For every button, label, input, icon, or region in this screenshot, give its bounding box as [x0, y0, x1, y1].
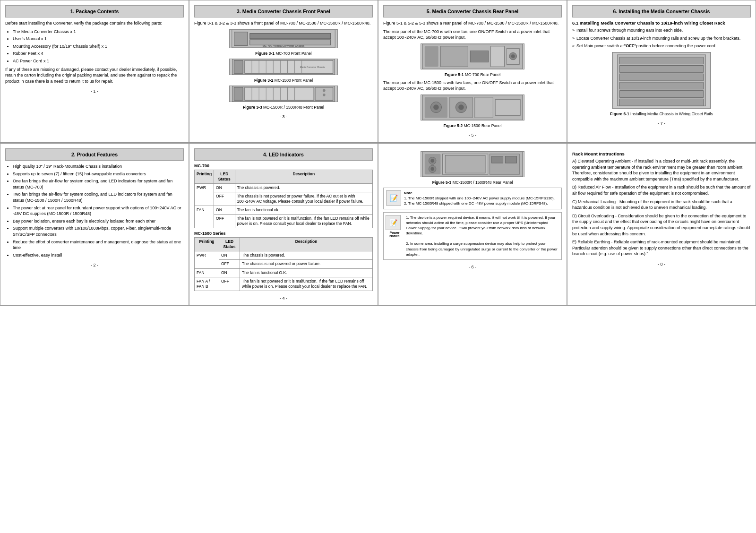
svg-rect-52 [620, 74, 704, 81]
panel-rear-panel: 5. Media Converter Chassis Rear Panel Fi… [378, 0, 567, 143]
list-item: High quality 10" / 19" Rack-Mountable Ch… [13, 163, 184, 170]
table-cell-desc: The fan is functional O.K. [240, 268, 373, 277]
figure-3-1-label: Figure 3-1 MC-700 Front Panel [194, 51, 373, 56]
svg-point-59 [430, 159, 434, 163]
list-item: One fan brings the air-flow for system c… [13, 178, 184, 190]
table-row: FAN A / FAN B OFF The fan is not powered… [195, 277, 373, 291]
panel4-title: 4. LED Indicators [194, 148, 373, 161]
page-number-8: - 8 - [572, 262, 751, 266]
panel-rack-mount-instructions: Rack Mount Instructions A) Elevated Oper… [567, 143, 756, 306]
table-header-description: Description [240, 238, 373, 251]
figure-5-2-img [421, 95, 524, 120]
panel-rear-panel-continued: Figure 5-3 MC-1500R / 1500R48 Rear Panel… [378, 143, 567, 306]
table-header-description: Description [235, 170, 372, 183]
figure-3-3-label: Figure 3-3 MC-1500R / 1500R48 Front Pane… [194, 105, 373, 110]
list-item: Reduce the effort of converter maintenan… [13, 239, 184, 251]
mc1500-label: MC-1500 Series [194, 231, 373, 236]
table-header-printing: Printing [195, 170, 214, 183]
figure-6-1-label: Figure 6-1 Installing Media Chassis in W… [572, 112, 751, 116]
table-cell-on: ON [219, 251, 240, 260]
panel6-section1-title: 6.1 Installing Media Converter Chassis t… [572, 20, 751, 26]
list-item: Mounting Accessory (for 10/19" Chassis S… [13, 43, 184, 50]
table-cell-fan: FAN [195, 206, 214, 228]
table-row: PWR ON The chassis is powered. [195, 184, 373, 192]
svg-rect-33 [441, 46, 468, 67]
table-cell-desc: The fan is functional ok. [235, 206, 372, 215]
mc700-table: Printing LED Status Description PWR ON T… [194, 170, 373, 228]
svg-rect-1 [234, 32, 248, 45]
svg-rect-32 [425, 46, 438, 67]
figure-5-1-img [421, 43, 524, 69]
page-number-2: - 2 - [5, 263, 184, 267]
page-number-3: - 3 - [194, 114, 373, 119]
svg-rect-47 [495, 100, 520, 116]
table-cell-on: ON [214, 206, 235, 215]
table-header-printing: Printing [195, 238, 219, 251]
panel5-intro: Figure 5-1 & 5-2 & 5-3 shows a rear pane… [383, 20, 562, 26]
panel1-intro: Before start installing the Converter, v… [5, 20, 184, 26]
mc1500-table: Printing LED Status Description PWR ON T… [194, 237, 373, 291]
page-number-5: - 5 - [383, 133, 562, 138]
panel-package-contents: 1. Package Contents Before start install… [0, 0, 189, 143]
svg-rect-66 [505, 156, 516, 163]
rack-item-a: A) Elevated Operating Ambient - If insta… [572, 158, 751, 182]
panel6-step2: Locate Converter Chassis at 10/19-inch m… [572, 35, 751, 42]
table-header-led-status: LED Status [219, 238, 240, 251]
svg-rect-34 [470, 51, 489, 62]
table-cell-on: ON [214, 184, 235, 192]
table-cell-desc: The fan is not powered or it is malfunct… [240, 277, 373, 291]
power-notice-label: PowerNotice [389, 231, 399, 238]
table-row: PWR ON The chassis is powered. [195, 251, 373, 260]
rack-item-d: D) Circuit Overloading - Consideration s… [572, 213, 751, 237]
table-cell-pwr: PWR [195, 184, 214, 206]
table-cell-off: OFF [219, 260, 240, 268]
list-item: Bay power isolation, ensure each bay is … [13, 218, 184, 224]
panel6-step3: Set Main power switch at "OFF" position … [572, 43, 751, 49]
panel-led-indicators: 4. LED Indicators MC-700 Printing LED St… [189, 143, 378, 306]
figure-3-3-img: Media Converter Chassis with Redundant P… [229, 86, 338, 102]
rack-item-c: C) Mechanical Loading - Mounting of the … [572, 199, 751, 211]
svg-point-38 [511, 54, 515, 58]
svg-rect-51 [620, 65, 704, 72]
panel1-title: 1. Package Contents [5, 5, 184, 17]
list-item: The power slot at rear panel for redunda… [13, 205, 184, 217]
table-cell-pwr: PWR [195, 251, 219, 268]
table-cell-fan-ab: FAN A / FAN B [195, 277, 219, 291]
list-item: Two fan brings the air-flow for system c… [13, 191, 184, 203]
rack-item-e: E) Reliable Earthing - Reliable earthing… [572, 239, 751, 257]
table-cell-off: OFF [219, 277, 240, 291]
rack-mount-title: Rack Mount Instructions [572, 151, 751, 156]
list-item: Support multiple converters with 10/100/… [13, 225, 184, 237]
table-cell-fan: FAN [195, 268, 219, 277]
svg-rect-63 [445, 155, 485, 173]
table-row: FAN ON The fan is functional ok. [195, 206, 373, 215]
table-cell-off: OFF [214, 215, 235, 228]
svg-rect-53 [620, 82, 704, 89]
figure-6-1-img [612, 52, 711, 109]
panel2-title: 2. Product Features [5, 148, 184, 161]
svg-rect-50 [620, 57, 704, 64]
panel5-desc2: The rear panel of the MC-1500 is with tw… [383, 80, 562, 92]
page-number-6: - 6 - [383, 265, 562, 269]
svg-rect-19 [245, 87, 314, 100]
panel6-title: 6. Installing the Media Converter Chassi… [572, 5, 751, 17]
panel-product-features: 2. Product Features High quality 10" / 1… [0, 143, 189, 306]
figure-5-1-label: Figure 5-1 MC-700 Rear Panel [383, 72, 562, 77]
list-item: User's Manual x 1 [13, 36, 184, 42]
list-item: Cost-effective, easy install [13, 252, 184, 258]
mc700-label: MC-700 [194, 163, 373, 168]
panel1-items-list: The Media Converter Chassis x 1 User's M… [13, 29, 184, 64]
table-row: OFF The fan is not powered or it is malf… [195, 215, 373, 228]
figure-5-2-label: Figure 5-2 MC-1500 Rear Panel [383, 123, 562, 128]
svg-rect-54 [620, 90, 704, 97]
panel5-desc1: The rear panel of the MC-700 is with one… [383, 29, 562, 41]
panel5-title: 5. Media Converter Chassis Rear Panel [383, 5, 562, 17]
svg-point-42 [433, 104, 439, 110]
table-header-led-status: LED Status [214, 170, 235, 183]
figure-5-3-label: Figure 5-3 MC-1500R / 1500R48 Rear Panel [383, 180, 562, 185]
svg-rect-18 [234, 87, 243, 100]
list-item: Rubber Feet x 4 [13, 51, 184, 57]
power-notice-box: 📝 PowerNotice 1. The device is a power-r… [383, 212, 562, 260]
note-content: Note 1. The MC-1500R shipped with one 10… [404, 190, 555, 206]
panel6-step1: Install four screws through mounting ear… [572, 27, 751, 34]
